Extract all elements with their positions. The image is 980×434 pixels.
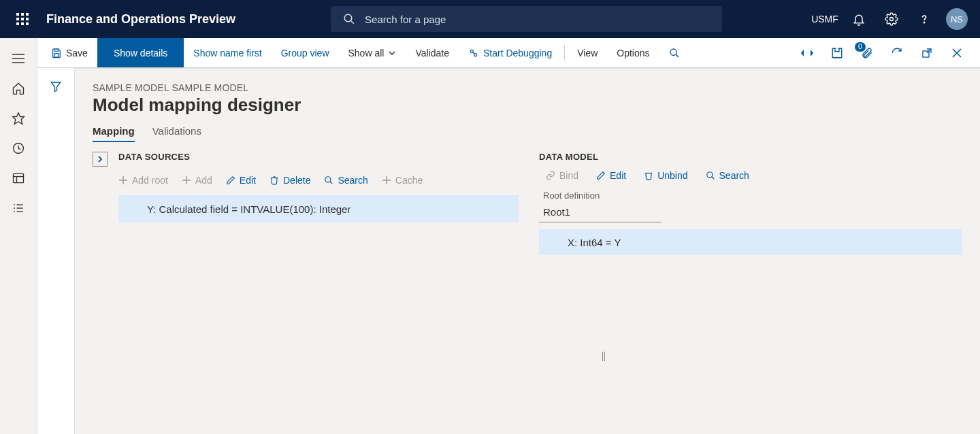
notifications-icon[interactable] (843, 0, 875, 38)
debug-icon (468, 48, 479, 59)
plus-icon (118, 176, 128, 185)
attachments-icon[interactable]: 0 (852, 38, 882, 68)
data-sources-title: DATA SOURCES (118, 152, 190, 162)
start-debugging-button[interactable]: Start Debugging (459, 38, 561, 67)
settings-icon[interactable] (875, 0, 908, 38)
filter-strip (37, 68, 75, 434)
search-icon (343, 13, 355, 25)
svg-marker-26 (811, 50, 813, 56)
svg-marker-7 (13, 113, 24, 124)
page-content: SAMPLE MODEL SAMPLE MODEL Model mapping … (75, 68, 980, 434)
plus-icon (382, 176, 391, 185)
svg-point-3 (924, 22, 924, 22)
recent-icon[interactable] (3, 136, 33, 161)
chevron-down-icon (388, 49, 396, 57)
cache-button[interactable]: Cache (382, 175, 423, 186)
svg-rect-9 (14, 173, 24, 182)
svg-line-37 (330, 182, 333, 184)
command-bar: Save Show details Show name first Group … (0, 38, 980, 68)
expand-panel-icon[interactable] (93, 152, 108, 167)
show-all-dropdown[interactable]: Show all (339, 38, 406, 67)
svg-point-0 (344, 14, 352, 22)
svg-line-1 (350, 20, 354, 24)
plus-icon (182, 176, 191, 185)
svg-line-41 (711, 177, 714, 180)
app-title: Finance and Operations Preview (46, 12, 235, 27)
svg-marker-25 (801, 50, 804, 56)
open-in-new-window-icon[interactable] (822, 38, 852, 68)
filter-icon[interactable] (50, 80, 62, 434)
data-model-row[interactable]: X: Int64 = Y (539, 229, 962, 255)
save-icon (51, 48, 62, 59)
company-selector[interactable]: USMF (810, 0, 843, 38)
root-definition-label: Root definition (539, 190, 962, 201)
modules-icon[interactable] (3, 196, 33, 220)
page-title: Model mapping designer (93, 95, 962, 116)
attachments-count: 0 (855, 42, 866, 52)
close-icon[interactable] (942, 38, 972, 68)
delete-button[interactable]: Delete (270, 175, 310, 186)
validate-button[interactable]: Validate (406, 38, 459, 67)
pencil-icon (226, 176, 235, 185)
separator (564, 45, 565, 61)
group-view-button[interactable]: Group view (272, 38, 339, 67)
edit-button[interactable]: Edit (226, 175, 256, 186)
popout-icon[interactable] (912, 38, 942, 68)
splitter-handle[interactable] (602, 352, 606, 363)
tab-validations[interactable]: Validations (152, 125, 201, 142)
search-ds-button[interactable]: Search (324, 175, 368, 186)
search-icon (324, 176, 333, 185)
breadcrumb: SAMPLE MODEL SAMPLE MODEL (93, 82, 962, 93)
svg-point-2 (890, 18, 894, 21)
left-nav-rail (0, 38, 37, 434)
data-model-title: DATA MODEL (539, 152, 962, 162)
help-icon[interactable] (908, 0, 941, 38)
trash-icon (270, 176, 279, 185)
search-icon (706, 171, 715, 180)
data-source-row[interactable]: Y: Calculated field = INTVALUE(100): Int… (118, 195, 519, 222)
waffle-icon[interactable] (7, 3, 38, 35)
svg-line-22 (473, 52, 475, 54)
tab-mapping[interactable]: Mapping (93, 125, 135, 142)
search-dm-button[interactable]: Search (706, 170, 749, 181)
refresh-icon[interactable] (882, 38, 912, 68)
pencil-icon (596, 171, 606, 180)
search-icon (669, 48, 680, 59)
svg-rect-19 (54, 53, 59, 56)
tabs: Mapping Validations (93, 125, 962, 142)
view-menu[interactable]: View (568, 38, 607, 67)
bind-button[interactable]: Bind (546, 170, 578, 181)
show-details-button[interactable]: Show details (97, 38, 184, 67)
search-input[interactable] (365, 14, 710, 25)
home-icon[interactable] (3, 76, 33, 101)
data-sources-panel: DATA SOURCES Add root Add Edit Delete (93, 152, 519, 255)
svg-point-40 (706, 172, 712, 178)
link-icon (546, 171, 555, 180)
app-header: Finance and Operations Preview USMF NS (0, 0, 980, 38)
favorites-icon[interactable] (3, 106, 33, 131)
save-button[interactable]: Save (37, 38, 97, 67)
hamburger-icon[interactable] (3, 46, 33, 71)
svg-point-36 (325, 177, 331, 182)
unbind-button[interactable]: Unbind (644, 170, 687, 181)
options-menu[interactable]: Options (607, 38, 659, 67)
related-info-icon[interactable] (792, 38, 822, 68)
quick-search-button[interactable] (659, 38, 689, 67)
svg-line-24 (676, 54, 679, 57)
svg-point-23 (670, 49, 676, 55)
show-name-first-button[interactable]: Show name first (184, 38, 271, 67)
add-root-button[interactable]: Add root (118, 175, 168, 186)
avatar: NS (946, 8, 968, 30)
user-avatar[interactable]: NS (941, 0, 973, 38)
trash-icon (644, 171, 653, 180)
global-search[interactable] (331, 6, 722, 32)
workspaces-icon[interactable] (3, 166, 33, 190)
add-button[interactable]: Add (182, 175, 212, 186)
data-model-panel: DATA MODEL Bind Edit Unbind Search (539, 152, 962, 255)
root-definition-value[interactable]: Root1 (539, 203, 662, 222)
svg-rect-18 (54, 49, 58, 51)
svg-marker-31 (51, 82, 61, 92)
edit-dm-button[interactable]: Edit (596, 170, 626, 181)
